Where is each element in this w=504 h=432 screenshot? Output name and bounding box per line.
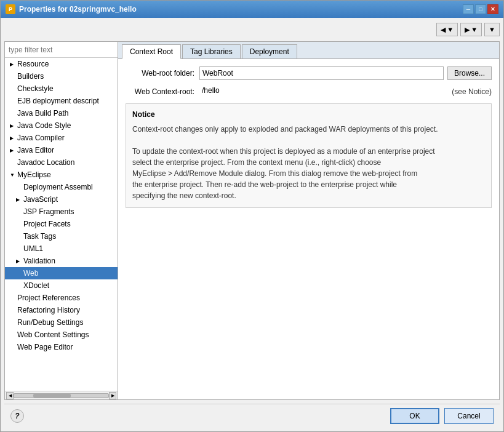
menu-icon: ▼	[489, 26, 495, 33]
tree-item-label: MyEclipse	[17, 170, 51, 179]
tree-item-checkstyle[interactable]: Checkstyle	[5, 82, 118, 95]
minimize-button[interactable]: ─	[463, 4, 474, 14]
forward-icon: ▶	[465, 26, 470, 34]
help-button[interactable]: ?	[10, 409, 24, 423]
properties-window: P Properties for 02springmvc_hello ─ □ ✕…	[0, 0, 504, 432]
scrollbar-thumb[interactable]	[33, 394, 71, 398]
tree-item-label: Deployment Assembl	[23, 183, 93, 191]
action-buttons: OK Cancel	[390, 408, 494, 424]
tree-item-label: Java Compiler	[17, 134, 65, 142]
notice-line6: specifying the new context-root.	[132, 191, 236, 200]
web-root-input[interactable]	[199, 66, 444, 80]
scroll-left-arrow[interactable]: ◀	[6, 392, 14, 399]
tree-arrow: ▶	[16, 197, 22, 202]
tree-item-javadoc-location[interactable]: Javadoc Location	[5, 156, 118, 169]
web-context-label: Web Context-root:	[126, 87, 199, 96]
tree-item-refactoring-history[interactable]: Refactoring History	[5, 304, 118, 316]
tree-item-task-tags[interactable]: Task Tags	[5, 230, 118, 242]
tree-item-validation[interactable]: ▶Validation	[5, 255, 118, 267]
tree-item-label: Project References	[17, 294, 80, 302]
toolbar: ◀ ▼ ▶ ▼ ▼	[4, 22, 500, 38]
tab-content: Web-root folder: Browse... Web Context-r…	[118, 59, 499, 399]
see-notice-text: (see Notice)	[452, 87, 492, 96]
notice-box: Notice Context-root changes only apply t…	[126, 103, 492, 208]
tree-item-label: Java Code Style	[17, 121, 71, 130]
notice-line1: Context-root changes only apply to explo…	[132, 125, 438, 134]
notice-line5: the enterprise project. Then re-add the …	[132, 180, 397, 189]
tree-item-label: Java Editor	[17, 146, 54, 154]
tree-item-java-build-path[interactable]: Java Build Path	[5, 107, 118, 119]
back-arrow: ▼	[447, 26, 454, 33]
bottom-bar: ? OK Cancel	[4, 404, 500, 428]
tree-item-java-code-style[interactable]: ▶Java Code Style	[5, 119, 118, 132]
tree-item-xdoclet[interactable]: XDoclet	[5, 279, 118, 292]
web-root-row: Web-root folder: Browse...	[126, 66, 492, 80]
title-controls: ─ □ ✕	[463, 4, 498, 14]
tree-arrow: ▼	[10, 172, 16, 178]
browse-button[interactable]: Browse...	[447, 66, 492, 80]
forward-button[interactable]: ▶ ▼	[460, 23, 482, 36]
title-bar: P Properties for 02springmvc_hello ─ □ ✕	[1, 1, 503, 18]
ok-button[interactable]: OK	[390, 408, 439, 424]
tree-item-label: XDoclet	[23, 281, 49, 290]
tree-item-web[interactable]: Web	[5, 267, 118, 279]
horizontal-scrollbar[interactable]: ◀ ▶	[5, 391, 118, 399]
menu-button[interactable]: ▼	[484, 23, 500, 36]
tree-item-web-page-editor[interactable]: Web Page Editor	[5, 341, 118, 353]
back-icon: ◀	[441, 26, 446, 34]
notice-line2: To update the context-root when this pro…	[132, 147, 435, 156]
tree-item-label: Web Content Settings	[17, 330, 89, 339]
scroll-right-arrow[interactable]: ▶	[109, 392, 116, 399]
tree-item-label: Run/Debug Settings	[17, 318, 83, 327]
tree-item-javascript[interactable]: ▶JavaScript	[5, 193, 118, 206]
tree-item-myeclipse[interactable]: ▼MyEclipse	[5, 169, 118, 181]
forward-arrow: ▼	[471, 26, 478, 33]
back-button[interactable]: ◀ ▼	[436, 23, 458, 36]
web-context-row: Web Context-root: /hello (see Notice)	[126, 85, 492, 98]
tree-item-ejb[interactable]: EJB deployment descript	[5, 95, 118, 107]
tree-item-uml1[interactable]: UML1	[5, 242, 118, 255]
tree-item-label: Refactoring History	[17, 306, 80, 314]
window-title: Properties for 02springmvc_hello	[19, 5, 463, 14]
scrollbar-track[interactable]	[14, 393, 109, 398]
filter-input[interactable]	[5, 42, 118, 58]
tree-item-label: Java Build Path	[17, 109, 68, 118]
tab-tag-libraries[interactable]: Tag Libraries	[182, 44, 241, 58]
tree-item-project-facets[interactable]: Project Facets	[5, 218, 118, 230]
tree-item-label: Web	[23, 269, 38, 278]
notice-line3: select the enterprise project. From the …	[132, 158, 381, 167]
tree-item-label: Web Page Editor	[17, 343, 73, 351]
tree-item-label: Task Tags	[23, 232, 56, 241]
tree-item-run-debug-settings[interactable]: Run/Debug Settings	[5, 316, 118, 329]
tree-container: ▶ResourceBuildersCheckstyleEJB deploymen…	[5, 58, 118, 391]
tree-arrow: ▶	[10, 135, 16, 141]
tabs: Context RootTag LibrariesDeployment	[118, 42, 499, 59]
tree-item-deployment-assembl[interactable]: Deployment Assembl	[5, 181, 118, 193]
window-icon: P	[6, 4, 15, 14]
tab-context-root[interactable]: Context Root	[122, 44, 181, 59]
tree-item-label: Resource	[17, 60, 49, 68]
tab-deployment[interactable]: Deployment	[242, 44, 297, 58]
maximize-button[interactable]: □	[475, 4, 486, 14]
cancel-button[interactable]: Cancel	[444, 408, 494, 424]
tree-item-label: JSP Fragments	[23, 207, 74, 216]
tree-item-web-content-settings[interactable]: Web Content Settings	[5, 329, 118, 341]
tree-item-resource[interactable]: ▶Resource	[5, 58, 118, 70]
tree-item-java-editor[interactable]: ▶Java Editor	[5, 144, 118, 156]
tree-item-label: Javadoc Location	[17, 158, 74, 167]
tree-arrow: ▶	[16, 258, 22, 264]
notice-title: Notice	[132, 110, 485, 119]
tree-item-builders[interactable]: Builders	[5, 70, 118, 82]
close-button[interactable]: ✕	[487, 4, 498, 14]
tree-item-jsp-fragments[interactable]: JSP Fragments	[5, 206, 118, 218]
tree-arrow: ▶	[10, 62, 16, 67]
main-area: ▶ResourceBuildersCheckstyleEJB deploymen…	[4, 41, 500, 400]
web-root-label: Web-root folder:	[126, 69, 199, 78]
tree-item-java-compiler[interactable]: ▶Java Compiler	[5, 132, 118, 144]
tree-item-label: JavaScript	[23, 195, 58, 204]
tree-item-project-references[interactable]: Project References	[5, 292, 118, 304]
tree-item-label: UML1	[23, 244, 43, 253]
tree-item-label: Project Facets	[23, 220, 71, 228]
right-panel: Context RootTag LibrariesDeployment Web-…	[118, 41, 500, 400]
notice-content: Context-root changes only apply to explo…	[132, 124, 485, 201]
